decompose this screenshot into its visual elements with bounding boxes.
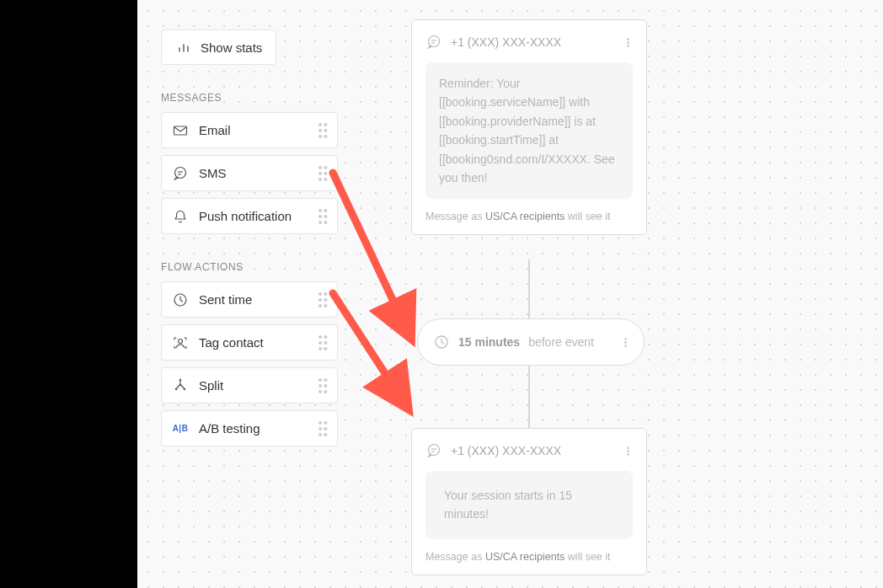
svg-line-20: [333, 173, 409, 334]
ab-testing-icon: A|B: [172, 420, 189, 437]
drag-handle-icon[interactable]: ••••••: [318, 164, 329, 182]
svg-point-10: [175, 388, 177, 389]
sms-preview-bubble: Reminder: Your [[booking.serviceName]] w…: [425, 62, 633, 199]
tag-contact-icon: [172, 334, 189, 351]
toolbox-item-sms[interactable]: SMS ••••••: [161, 155, 338, 191]
timing-relation: before event: [528, 335, 594, 349]
push-icon: [172, 208, 189, 225]
drag-handle-icon[interactable]: ••••••: [318, 420, 329, 437]
sms-node[interactable]: +1 (XXX) XXX-XXXX Reminder: Your [[booki…: [411, 19, 647, 235]
toolbox-item-tag-contact[interactable]: Tag contact ••••••: [161, 324, 338, 361]
toolbox-panel: Show stats MESSAGES Email •••••• SMS •••…: [161, 29, 338, 453]
drag-handle-icon[interactable]: ••••••: [318, 334, 329, 351]
toolbox-item-ab-testing[interactable]: A|B A/B testing ••••••: [161, 410, 338, 446]
footer-suffix: will see it: [565, 551, 610, 563]
node-header: +1 (XXX) XXX-XXXX: [425, 442, 633, 459]
timing-value: 15 minutes: [458, 335, 520, 349]
toolbox-item-push[interactable]: Push notification ••••••: [161, 198, 338, 234]
footer-strong: US/CA recipients: [485, 551, 565, 563]
clock-icon: [433, 334, 450, 350]
node-menu-button[interactable]: [623, 443, 633, 459]
show-stats-label: Show stats: [201, 40, 262, 55]
flow-connector: [528, 366, 530, 428]
timing-node[interactable]: 15 minutes before event: [417, 318, 645, 366]
svg-line-21: [333, 293, 405, 404]
flow-canvas[interactable]: Show stats MESSAGES Email •••••• SMS •••…: [137, 0, 883, 588]
split-icon: [172, 377, 189, 394]
sms-node[interactable]: +1 (XXX) XXX-XXXX Your session starts in…: [411, 428, 647, 575]
toolbox-item-sent-time[interactable]: Sent time ••••••: [161, 281, 338, 318]
node-menu-button[interactable]: [623, 35, 633, 51]
svg-point-9: [179, 378, 181, 380]
toolbox-item-label: Email: [199, 123, 308, 137]
node-footer: Message as US/CA recipients will see it: [425, 211, 633, 222]
toolbox-item-label: Tag contact: [199, 335, 308, 350]
node-phone-number: +1 (XXX) XXX-XXXX: [451, 35, 561, 49]
sms-icon: [425, 34, 442, 51]
node-header: +1 (XXX) XXX-XXXX: [425, 34, 633, 51]
footer-prefix: Message as: [425, 211, 485, 222]
drag-handle-icon[interactable]: ••••••: [318, 207, 329, 225]
drag-handle-icon[interactable]: ••••••: [318, 121, 329, 139]
sms-preview-bubble: Your session starts in 15 minutes!: [425, 471, 633, 539]
footer-prefix: Message as: [425, 551, 485, 563]
toolbox-item-label: A/B testing: [199, 421, 308, 436]
toolbox-item-label: SMS: [199, 166, 308, 180]
footer-strong: US/CA recipients: [485, 211, 565, 222]
toolbox-item-label: Push notification: [199, 209, 308, 223]
flow-connector: [528, 259, 530, 318]
toolbox-item-label: Sent time: [199, 292, 308, 307]
svg-point-8: [179, 339, 183, 343]
node-footer: Message as US/CA recipients will see it: [425, 551, 633, 563]
section-header-flow-actions: FLOW ACTIONS: [161, 261, 338, 273]
email-icon: [172, 122, 189, 139]
sms-icon: [172, 165, 189, 182]
show-stats-button[interactable]: Show stats: [161, 29, 276, 65]
drag-handle-icon[interactable]: ••••••: [318, 377, 329, 394]
sms-icon: [425, 442, 442, 459]
clock-icon: [172, 291, 189, 308]
toolbox-item-email[interactable]: Email ••••••: [161, 112, 338, 148]
svg-point-11: [184, 388, 185, 389]
svg-rect-3: [174, 126, 187, 135]
footer-suffix: will see it: [565, 211, 610, 222]
toolbox-item-split[interactable]: Split ••••••: [161, 367, 338, 404]
node-menu-button[interactable]: [621, 334, 630, 350]
toolbox-item-label: Split: [199, 378, 308, 393]
drag-handle-icon[interactable]: ••••••: [318, 291, 329, 308]
node-phone-number: +1 (XXX) XXX-XXXX: [451, 444, 561, 457]
bar-chart-icon: [175, 39, 192, 56]
section-header-messages: MESSAGES: [161, 92, 338, 104]
